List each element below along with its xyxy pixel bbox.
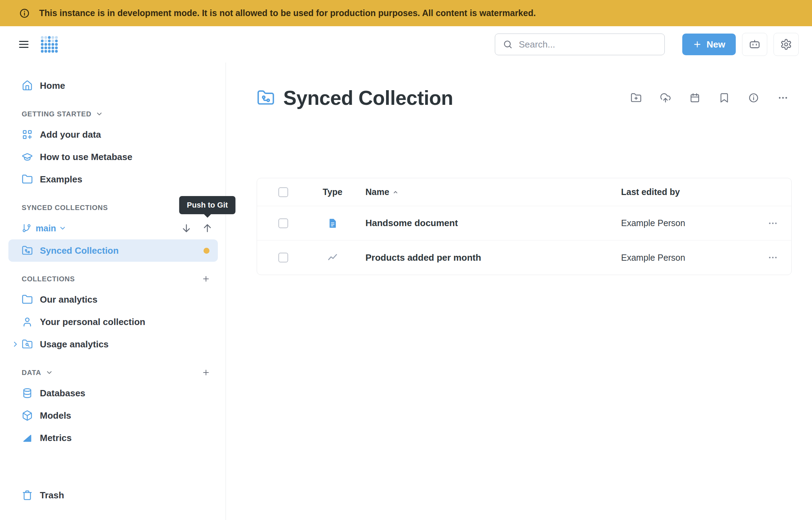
search-icon <box>503 39 513 49</box>
more-icon <box>768 218 778 229</box>
sidebar-item-usage-analytics[interactable]: Usage analytics <box>8 333 218 355</box>
git-branch-row: main Push to Git <box>8 217 218 239</box>
sidebar-item-label: Add your data <box>40 129 101 140</box>
bookmark-button[interactable] <box>718 92 730 104</box>
collection-actions <box>630 92 789 104</box>
row-checkbox[interactable] <box>278 218 288 228</box>
item-name[interactable]: Handsome document <box>356 218 611 229</box>
plus-icon <box>202 368 210 377</box>
bookmark-icon <box>719 92 730 103</box>
unsynced-changes-dot <box>204 248 209 254</box>
top-nav: New <box>0 26 812 63</box>
info-button[interactable] <box>748 92 760 104</box>
metabot-icon <box>749 38 761 50</box>
sidebar-item-label: Trash <box>40 490 64 501</box>
add-data-icon <box>22 129 33 140</box>
gear-icon <box>780 38 792 50</box>
metabot-button[interactable] <box>742 33 767 56</box>
sidebar-item-our-analytics[interactable]: Our analytics <box>8 288 218 311</box>
section-data[interactable]: DATA <box>8 364 218 381</box>
table-row[interactable]: Products added per month Example Person <box>257 240 791 275</box>
sidebar-item-synced-collection[interactable]: Synced Collection <box>8 239 218 262</box>
git-branch-icon <box>22 223 31 233</box>
more-icon <box>777 92 789 103</box>
arrow-up-icon <box>202 223 213 234</box>
metabase-app: { "banner": { "text": "This instance is … <box>0 0 812 520</box>
item-name[interactable]: Products added per month <box>356 252 611 263</box>
new-collection-button[interactable] <box>630 92 642 104</box>
chevron-down-icon <box>95 110 103 118</box>
pull-from-git-button[interactable] <box>178 220 195 237</box>
plus-icon <box>693 40 702 49</box>
row-menu-button[interactable] <box>765 250 781 265</box>
arrow-down-icon <box>181 223 192 234</box>
table-row[interactable]: Handsome document Example Person <box>257 206 791 240</box>
section-getting-started[interactable]: GETTING STARTED <box>8 106 218 122</box>
column-header-last-edited[interactable]: Last edited by <box>611 187 754 197</box>
item-last-edited-by: Example Person <box>611 218 754 228</box>
sidebar: Home GETTING STARTED Add your data How t… <box>0 63 226 520</box>
folder-search-icon <box>22 339 33 350</box>
folder-icon <box>22 174 33 185</box>
sidebar-item-label: Home <box>40 80 65 91</box>
section-title: SYNCED COLLECTIONS <box>22 204 108 212</box>
tooltip-text: Push to Git <box>187 201 228 209</box>
sidebar-item-add-your-data[interactable]: Add your data <box>8 123 218 146</box>
section-collections: COLLECTIONS <box>8 271 218 287</box>
new-button-label: New <box>707 39 725 50</box>
more-options-button[interactable] <box>777 92 789 104</box>
sidebar-item-home[interactable]: Home <box>8 74 218 97</box>
sidebar-item-label: How to use Metabase <box>40 152 132 162</box>
sidebar-item-label: Synced Collection <box>40 245 119 256</box>
chevron-right-icon[interactable] <box>11 340 20 348</box>
branch-name-label: main <box>36 223 56 233</box>
synced-collection-icon <box>257 89 275 107</box>
select-all-checkbox[interactable] <box>278 187 288 197</box>
column-header-type[interactable]: Type <box>309 187 356 197</box>
upload-button[interactable] <box>660 92 671 104</box>
new-collection-plus-button[interactable] <box>200 273 212 285</box>
sidebar-item-how-to-use-metabase[interactable]: How to use Metabase <box>8 146 218 168</box>
sidebar-item-label: Our analytics <box>40 294 98 305</box>
chevron-down-icon <box>59 224 66 232</box>
branch-selector[interactable]: main <box>36 223 66 233</box>
add-database-plus-button[interactable] <box>200 366 212 379</box>
table-header-row: Type Name Last edited by <box>257 178 791 206</box>
column-header-name[interactable]: Name <box>356 187 611 197</box>
new-button[interactable]: New <box>682 34 736 55</box>
calendar-icon <box>689 92 700 103</box>
events-button[interactable] <box>689 92 701 104</box>
plus-icon <box>202 274 210 283</box>
metric-icon <box>22 432 33 443</box>
info-icon <box>19 8 30 19</box>
collection-header: Synced Collection <box>257 86 792 109</box>
chart-line-icon <box>327 252 338 263</box>
sidebar-item-label: Databases <box>40 388 85 399</box>
more-icon <box>768 252 778 263</box>
sidebar-item-examples[interactable]: Examples <box>8 168 218 190</box>
search-bar[interactable] <box>495 34 665 55</box>
column-header-name-label: Name <box>365 187 389 197</box>
model-icon <box>22 410 33 421</box>
sidebar-item-models[interactable]: Models <box>8 404 218 427</box>
folder-icon <box>22 294 33 305</box>
row-checkbox[interactable] <box>278 253 288 262</box>
hamburger-menu-button[interactable] <box>14 35 34 54</box>
metabase-logo[interactable] <box>39 34 59 55</box>
sidebar-item-trash[interactable]: Trash <box>8 484 218 506</box>
sidebar-item-databases[interactable]: Databases <box>8 382 218 404</box>
upload-icon <box>660 92 671 103</box>
push-to-git-button[interactable] <box>199 220 216 237</box>
sidebar-item-label: Models <box>40 410 71 421</box>
row-menu-button[interactable] <box>765 216 781 231</box>
info-icon <box>748 92 759 103</box>
new-collection-icon <box>631 92 642 103</box>
search-input[interactable] <box>518 39 657 50</box>
person-icon <box>22 316 33 327</box>
chevron-down-icon <box>45 369 53 376</box>
sidebar-item-personal-collection[interactable]: Your personal collection <box>8 311 218 333</box>
home-icon <box>22 80 33 91</box>
section-title: GETTING STARTED <box>22 110 91 118</box>
settings-button[interactable] <box>774 33 799 56</box>
sidebar-item-metrics[interactable]: Metrics <box>8 427 218 449</box>
